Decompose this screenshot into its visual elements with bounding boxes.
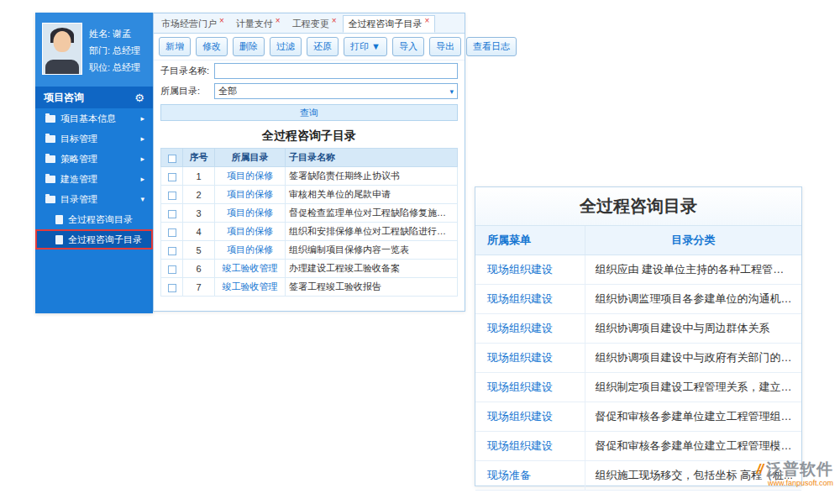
tab-bar: 市场经营门户×计量支付×工程变更×全过程咨询子目录× (154, 13, 465, 34)
dir-table-body: 现场组织建设组织应由 建设单位主持的各种工程管理会现场组织建设组织协调监理项目各… (475, 255, 801, 490)
row-menu-link[interactable]: 现场组织建设 (475, 431, 585, 460)
user-profile: 姓名: 谢孟 部门: 总经理 职位: 总经理 (35, 13, 153, 87)
chevron-right-icon: ▸ (140, 135, 144, 143)
row-subdirectory-name: 签署缺陷责任期终止协议书 (286, 167, 458, 186)
main-panel: 市场经营门户×计量支付×工程变更×全过程咨询子目录× 新增修改删除过滤还原打印 … (153, 13, 465, 312)
row-number: 4 (183, 223, 215, 241)
gear-icon[interactable]: ⚙ (134, 92, 144, 104)
row-category: 督促和审核各参建单位建立工程管理模式... (585, 431, 801, 460)
row-directory-link[interactable]: 竣工验收管理 (223, 281, 278, 291)
toolbar-button[interactable]: 查看日志 (466, 37, 517, 56)
chevron-right-icon: ▸ (140, 176, 144, 183)
fanpu-logo-icon: // (757, 461, 763, 478)
row-checkbox[interactable] (168, 265, 176, 274)
subdir-table-row: 2项目的保修审核相关单位的尾款申请 (161, 186, 458, 204)
subdir-table-row: 6竣工验收管理办理建设工程竣工验收备案 (161, 260, 458, 278)
chevron-down-icon: ▾ (449, 87, 454, 96)
row-checkbox[interactable] (168, 284, 176, 292)
sidebar-item[interactable]: 建造管理▸ (35, 169, 153, 189)
tab-close-icon[interactable]: × (332, 16, 337, 25)
row-category: 组织协调监理项目各参建单位的沟通机制... (585, 284, 801, 313)
sidebar-subitem-label: 全过程咨询子目录 (68, 234, 142, 246)
sidebar: 姓名: 谢孟 部门: 总经理 职位: 总经理 项目咨询 ⚙ 项目基本信息▸目标管… (35, 13, 153, 313)
row-checkbox[interactable] (168, 210, 176, 218)
directory-panel: 全过程咨询目录 所属菜单 目录分类 现场组织建设组织应由 建设单位主持的各种工程… (475, 186, 802, 486)
toolbar-button[interactable]: 删除 (233, 37, 265, 56)
toolbar-button[interactable]: 还原 (307, 37, 339, 56)
row-menu-link[interactable]: 现场组织建设 (475, 313, 585, 343)
sidebar-item-label: 目标管理 (60, 133, 97, 145)
row-checkbox[interactable] (168, 228, 176, 237)
row-directory-link[interactable]: 项目的保修 (227, 171, 273, 181)
sidebar-item-label: 策略管理 (60, 153, 97, 165)
directory-table-row: 现场组织建设督促和审核各参建单位建立工程管理组织... (475, 402, 801, 431)
subdir-name-input[interactable] (214, 63, 458, 79)
directory-table-row: 现场组织建设组织应由 建设单位主持的各种工程管理会 (475, 255, 801, 284)
folder-icon (45, 196, 55, 203)
sidebar-subitem[interactable]: 全过程咨询目录 (35, 209, 153, 229)
sidebar-item[interactable]: 目标管理▸ (35, 129, 153, 149)
toolbar-button[interactable]: 新增 (159, 37, 191, 56)
watermark-url: www.fanpusoft.com (719, 479, 833, 487)
subdir-name-label: 子目录名称: (160, 65, 214, 77)
sidebar-item-label: 目录管理 (60, 193, 97, 206)
header-checkbox[interactable] (168, 155, 176, 163)
tab[interactable]: 工程变更× (286, 15, 343, 33)
toolbar-button[interactable]: 打印 ▼ (344, 37, 387, 56)
tab[interactable]: 市场经营门户× (155, 15, 230, 33)
column-header-directory: 所属目录 (215, 149, 286, 167)
folder-icon (45, 155, 55, 163)
directory-select-value: 全部 (218, 85, 237, 97)
tab-close-icon[interactable]: × (425, 16, 430, 25)
row-checkbox[interactable] (168, 247, 176, 255)
tab-label: 全过程咨询子目录 (349, 18, 423, 30)
row-category: 组织应由 建设单位主持的各种工程管理会 (585, 255, 801, 284)
tab[interactable]: 计量支付× (230, 15, 286, 33)
subdir-table: 序号 所属目录 子目录名称 1项目的保修签署缺陷责任期终止协议书2项目的保修审核… (160, 148, 458, 297)
toolbar-button[interactable]: 导入 (392, 37, 424, 56)
toolbar-button[interactable]: 修改 (196, 37, 228, 56)
row-directory-link[interactable]: 项目的保修 (227, 244, 273, 255)
subdir-table-header: 序号 所属目录 子目录名称 (161, 149, 458, 167)
chevron-right-icon: ▸ (140, 155, 144, 163)
avatar-face (54, 31, 71, 52)
chevron-down-icon: ▾ (140, 196, 144, 203)
sidebar-subitem-label: 全过程咨询目录 (68, 213, 133, 226)
directory-panel-title: 全过程咨询目录 (475, 187, 801, 226)
row-subdirectory-name: 督促检查监理单位对工程缺陷修复施工进行跟进的落实... (286, 204, 458, 223)
row-directory-link[interactable]: 竣工验收管理 (223, 263, 278, 273)
row-directory-link[interactable]: 项目的保修 (227, 226, 273, 236)
row-menu-link[interactable]: 现场组织建设 (475, 343, 585, 372)
row-number: 1 (183, 167, 215, 186)
tab-label: 工程变更 (292, 18, 329, 30)
toolbar-button[interactable]: 过滤 (270, 37, 302, 56)
tab-close-icon[interactable]: × (219, 16, 224, 25)
row-checkbox[interactable] (168, 173, 176, 181)
row-menu-link[interactable]: 现场组织建设 (475, 372, 585, 402)
user-name: 姓名: 谢孟 (89, 25, 140, 42)
row-menu-link[interactable]: 现场准备 (475, 460, 585, 490)
sidebar-item[interactable]: 策略管理▸ (35, 149, 153, 169)
row-category: 组织协调项目建设中与政府有关部门的关系 (585, 343, 801, 372)
row-menu-link[interactable]: 现场组织建设 (475, 284, 585, 313)
sidebar-subitem[interactable]: 全过程咨询子目录 (35, 229, 153, 249)
row-menu-link[interactable]: 现场组织建设 (475, 402, 585, 431)
sidebar-module-header[interactable]: 项目咨询 ⚙ (35, 87, 153, 108)
row-directory-link[interactable]: 项目的保修 (227, 207, 273, 218)
sidebar-item-label: 项目基本信息 (60, 113, 116, 125)
tab[interactable]: 全过程咨询子目录× (343, 15, 436, 33)
toolbar: 新增修改删除过滤还原打印 ▼导入导出查看日志 (154, 34, 465, 60)
row-directory-link[interactable]: 项目的保修 (227, 189, 273, 199)
folder-icon (45, 115, 55, 123)
directory-select[interactable]: 全部 ▾ (214, 83, 458, 99)
subdir-table-title: 全过程咨询子目录 (154, 123, 465, 148)
row-subdirectory-name: 组织编制项目保修内容一览表 (286, 241, 458, 260)
sidebar-item[interactable]: 目录管理▾ (35, 189, 153, 209)
sidebar-item[interactable]: 项目基本信息▸ (35, 108, 153, 129)
row-menu-link[interactable]: 现场组织建设 (475, 255, 585, 284)
search-button[interactable]: 查询 (160, 104, 458, 121)
toolbar-button[interactable]: 导出 (429, 37, 461, 56)
tab-close-icon[interactable]: × (276, 16, 281, 25)
row-checkbox[interactable] (168, 192, 176, 200)
row-number: 6 (183, 260, 215, 278)
